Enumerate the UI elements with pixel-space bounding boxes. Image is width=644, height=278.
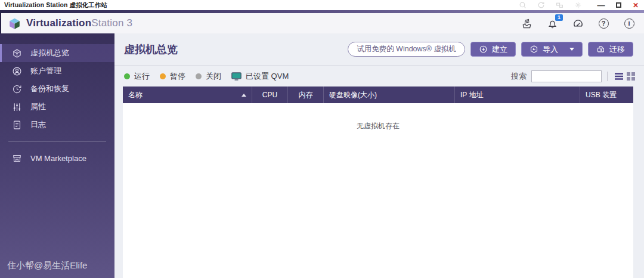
- sidebar-item-label: VM Marketplace: [30, 154, 86, 163]
- maximize-icon: [616, 2, 621, 8]
- gear-icon: [574, 1, 582, 9]
- log-document-icon: [12, 120, 22, 130]
- column-header-memory[interactable]: 内存: [288, 87, 324, 103]
- empty-state-message: 无虚拟机存在: [357, 121, 400, 131]
- vm-table: 名称 CPU 内存 硬盘映像(大小) IP 地址: [123, 87, 633, 278]
- app-body: 虚拟机总览 账户管理 备份和恢复 属性 日志 VM Marketplac: [0, 33, 644, 278]
- brand: VirtualizationStation 3: [8, 17, 132, 30]
- share-windows-icon: [556, 1, 564, 9]
- sidebar-item-properties[interactable]: 属性: [0, 98, 114, 116]
- account-icon: [12, 66, 22, 76]
- gauge-icon: [572, 18, 584, 29]
- brand-name-light: Station 3: [91, 17, 132, 29]
- sidebar-item-label: 账户管理: [30, 66, 61, 76]
- legend-off: 关闭: [196, 71, 221, 82]
- vm-cube-icon: [12, 48, 22, 58]
- about-button[interactable]: i: [623, 17, 636, 30]
- status-legend-row: 运行 暂停 关闭 已设置 QVM 搜索: [114, 66, 644, 87]
- view-toggle-divider: [607, 72, 608, 81]
- help-button[interactable]: ?: [597, 17, 610, 30]
- qvm-monitor-icon: [231, 72, 242, 81]
- sidebar-item-vm-marketplace[interactable]: VM Marketplace: [0, 149, 114, 167]
- column-label: CPU: [262, 91, 277, 99]
- app-header: VirtualizationStation 3 1 ? i: [0, 13, 644, 33]
- table-body: 无虚拟机存在: [123, 103, 633, 278]
- main-content: 虚拟机总览 试用免费的 Windows® 虚拟机 建立 导入: [114, 33, 644, 278]
- column-header-name[interactable]: 名称: [123, 87, 252, 103]
- off-status-dot: [196, 73, 202, 79]
- marketplace-storefront-icon: [12, 153, 22, 163]
- create-vm-button[interactable]: 建立: [470, 42, 516, 57]
- background-tasks-button[interactable]: [520, 17, 533, 30]
- virtualization-station-window: Virtualization Station 虚拟化工作站 — ✕ Virtua…: [0, 0, 644, 278]
- app-logo-cube-icon: [8, 17, 21, 30]
- sidebar-item-label: 虚拟机总览: [30, 48, 69, 58]
- sidebar-item-vm-overview[interactable]: 虚拟机总览: [0, 44, 114, 62]
- watermark-text: 住小帮@易生活Elife: [7, 260, 87, 271]
- column-header-usb-device[interactable]: USB 装置: [580, 87, 633, 103]
- plus-circle-icon: [479, 45, 488, 54]
- backup-restore-icon: [12, 84, 22, 94]
- search-group: 搜索: [511, 70, 637, 82]
- sort-ascending-icon: [242, 94, 246, 97]
- grid-view-icon: [626, 72, 636, 81]
- close-button[interactable]: ✕: [631, 1, 640, 9]
- migrate-button-label: 迁移: [609, 44, 625, 55]
- import-dropdown-caret-icon[interactable]: [569, 48, 574, 51]
- legend-running-label: 运行: [134, 71, 150, 82]
- sidebar-item-logs[interactable]: 日志: [0, 116, 114, 134]
- column-label: 名称: [128, 90, 143, 100]
- table-header: 名称 CPU 内存 硬盘映像(大小) IP 地址: [123, 87, 633, 103]
- legend-qvm-label: 已设置 QVM: [246, 71, 289, 82]
- import-button-label: 导入: [543, 44, 558, 55]
- paused-status-dot: [160, 73, 166, 79]
- notification-badge: 1: [555, 14, 563, 21]
- action-buttons: 试用免费的 Windows® 虚拟机 建立 导入 迁移: [348, 42, 633, 57]
- sidebar-divider: [8, 141, 106, 142]
- legend-qvm: 已设置 QVM: [231, 71, 289, 82]
- legend-off-label: 关闭: [206, 71, 221, 82]
- maximize-button[interactable]: [614, 1, 623, 9]
- legend-paused: 暂停: [160, 71, 185, 82]
- running-status-dot: [124, 73, 130, 79]
- help-icon: ?: [599, 18, 609, 29]
- minimize-button[interactable]: —: [597, 1, 605, 9]
- column-label: USB 装置: [586, 90, 617, 100]
- refresh-icon: [537, 1, 545, 9]
- search-input[interactable]: [531, 70, 602, 82]
- grid-view-button[interactable]: [625, 70, 637, 82]
- trial-windows-vm-button[interactable]: 试用免费的 Windows® 虚拟机: [348, 42, 465, 57]
- titlebar-controls: — ✕: [519, 1, 640, 9]
- titlebar: Virtualization Station 虚拟化工作站 — ✕: [0, 0, 644, 10]
- column-label: IP 地址: [460, 90, 483, 100]
- column-header-ip-address[interactable]: IP 地址: [455, 87, 580, 103]
- legend-paused-label: 暂停: [170, 71, 185, 82]
- background-tasks-icon: [521, 18, 532, 29]
- import-hexagon-arrow-icon: [530, 45, 538, 54]
- info-icon: i: [624, 18, 634, 29]
- notifications-button[interactable]: 1: [546, 17, 559, 30]
- content-header: 虚拟机总览 试用免费的 Windows® 虚拟机 建立 导入: [114, 33, 644, 66]
- create-button-label: 建立: [492, 44, 507, 55]
- brand-name-bold: Virtualization: [26, 17, 91, 29]
- column-header-disk-image[interactable]: 硬盘映像(大小): [324, 87, 455, 103]
- migrate-vm-button[interactable]: 迁移: [588, 42, 633, 57]
- sidebar-item-label: 日志: [30, 119, 46, 130]
- sidebar-item-account-management[interactable]: 账户管理: [0, 62, 114, 80]
- trial-button-label: 试用免费的 Windows® 虚拟机: [357, 44, 456, 54]
- legend-running: 运行: [124, 71, 150, 82]
- list-view-button[interactable]: [613, 70, 625, 82]
- import-vm-button[interactable]: 导入: [521, 42, 583, 57]
- search-icon: [519, 1, 527, 9]
- column-header-cpu[interactable]: CPU: [252, 87, 288, 103]
- close-icon: ✕: [633, 1, 639, 10]
- minimize-icon: —: [597, 3, 605, 8]
- column-label: 硬盘映像(大小): [329, 90, 377, 100]
- page-title: 虚拟机总览: [124, 42, 178, 57]
- sidebar-item-backup-restore[interactable]: 备份和恢复: [0, 80, 114, 98]
- window-title: Virtualization Station 虚拟化工作站: [4, 1, 107, 10]
- header-icon-group: 1 ? i: [520, 17, 636, 30]
- sidebar-item-label: 属性: [30, 101, 46, 112]
- resource-monitor-button[interactable]: [571, 17, 584, 30]
- titlebar-ghost-icons: [519, 1, 582, 9]
